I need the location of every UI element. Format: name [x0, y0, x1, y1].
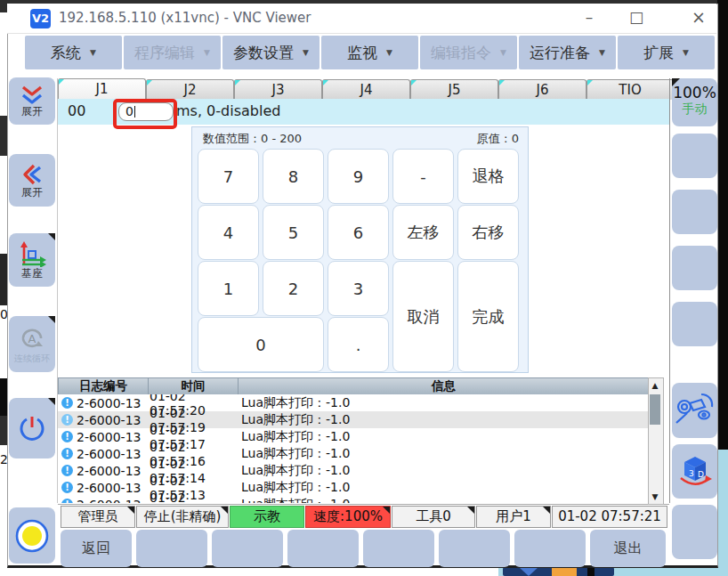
menu-extension[interactable]: 扩展▼	[618, 36, 715, 69]
key-3[interactable]: 3	[328, 261, 389, 316]
tab-j6[interactable]: J6	[498, 79, 586, 100]
status-clock: 01-02 07:57:21	[552, 506, 667, 528]
menu-parameter-settings[interactable]: 参数设置▼	[222, 36, 320, 69]
base-axes-icon	[18, 240, 46, 267]
key-cancel[interactable]: 取消	[392, 261, 454, 372]
desktop-right-strip-dark	[717, 0, 728, 450]
status-speed[interactable]: 速度:100%	[305, 506, 391, 528]
status-mode-teach[interactable]: 示教	[230, 506, 304, 528]
screen: { "window": { "title": "192.168.5.110 (x…	[0, 0, 728, 576]
bottom-blank-button[interactable]	[439, 530, 510, 567]
status-run-state[interactable]: 停止(非精确)	[136, 506, 229, 528]
minimize-button[interactable]: –	[574, 5, 604, 28]
tab-j3[interactable]: J3	[234, 79, 322, 100]
back-button[interactable]: 返回	[61, 530, 132, 567]
tab-tio[interactable]: TIO	[586, 79, 674, 100]
key-dot[interactable]: .	[328, 317, 389, 372]
expand-down-button[interactable]: 展开	[9, 77, 55, 125]
svg-text:D: D	[698, 470, 704, 479]
scroll-down-icon[interactable]: ▼	[649, 491, 661, 503]
key-2[interactable]: 2	[263, 261, 324, 316]
maximize-button[interactable]: □	[621, 5, 651, 28]
side-blank-button[interactable]	[672, 302, 717, 346]
log-row-selected[interactable]: !2-6000-1301-02 07:57:19Lua脚本打印：-1.0	[58, 411, 648, 428]
enable-button[interactable]	[9, 507, 55, 564]
close-button[interactable]: ×	[684, 5, 714, 28]
log-header: 日志编号 时间 信息	[58, 377, 650, 395]
log-header-info: 信息	[239, 378, 649, 394]
log-list: !2-6000-1301-02 07:57:20Lua脚本打印：-1.0 !2-…	[58, 394, 648, 503]
desktop-left-strip: 0 2	[0, 0, 7, 576]
key-4[interactable]: 4	[198, 205, 259, 260]
speed-mode-button[interactable]: 100% 手动	[672, 78, 717, 126]
side-blank-button[interactable]	[672, 190, 717, 234]
bottom-blank-button[interactable]	[136, 530, 207, 567]
log-row[interactable]: !2-6000-1301-02 07:57:16Lua脚本打印：-1.0	[58, 445, 648, 462]
info-icon: !	[61, 414, 73, 426]
tab-j1[interactable]: J1	[58, 78, 146, 100]
chevron-down-icon: ▼	[599, 48, 605, 57]
exit-button[interactable]: 退出	[590, 530, 666, 567]
log-row[interactable]: !2-6000-1301-02 07:57:20Lua脚本打印：-1.0	[58, 394, 648, 411]
bottom-blank-button[interactable]	[363, 530, 434, 567]
info-icon: !	[61, 448, 73, 459]
chevron-down-icon: ▼	[500, 48, 506, 57]
chevron-down-icon: ▼	[90, 48, 96, 57]
menu-run-prepare[interactable]: 运行准备▼	[519, 36, 616, 69]
svg-text:3: 3	[689, 469, 694, 478]
key-0[interactable]: 0	[198, 317, 324, 372]
log-row[interactable]: !2-6000-1301-02 07:57:13Lua脚本打印：-1.0	[58, 479, 648, 496]
log-row[interactable]: !2-6000-1301-02 07:57:14Lua脚本打印：-1.0	[58, 462, 648, 479]
key-move-right[interactable]: 右移	[457, 205, 519, 260]
key-5[interactable]: 5	[263, 205, 324, 260]
side-blank-button[interactable]	[672, 505, 717, 559]
view-3d-button[interactable]: 3 D	[672, 444, 717, 499]
log-scrollbar[interactable]: ▲ ▼	[648, 377, 664, 505]
highlight-box	[113, 99, 177, 129]
tab-j2[interactable]: J2	[146, 79, 234, 100]
status-user-frame[interactable]: 用户1	[476, 506, 551, 528]
cube-3d-icon: 3 D	[676, 453, 714, 491]
key-6[interactable]: 6	[328, 205, 389, 260]
key-7[interactable]: 7	[198, 149, 259, 204]
chevron-down-icon: ▼	[683, 48, 689, 57]
key-minus[interactable]: -	[392, 149, 454, 204]
expand-left-button[interactable]: 展开	[9, 154, 55, 207]
continuous-loop-icon: A	[18, 325, 46, 352]
bottom-blank-button[interactable]	[212, 530, 283, 567]
base-frame-button[interactable]: 基座	[9, 233, 55, 287]
key-move-left[interactable]: 左移	[392, 205, 454, 260]
power-button[interactable]	[9, 398, 55, 458]
tab-j4[interactable]: J4	[322, 79, 410, 100]
key-9[interactable]: 9	[328, 149, 389, 204]
vnc-logo-icon: V2	[30, 9, 51, 28]
menu-system[interactable]: 系统▼	[25, 36, 122, 69]
parameter-suffix: ms, 0-disabled	[176, 102, 280, 119]
status-user-role[interactable]: 管理员	[61, 506, 135, 528]
status-tool[interactable]: 工具0	[392, 506, 475, 528]
key-1[interactable]: 1	[198, 261, 259, 316]
tab-j5[interactable]: J5	[410, 79, 498, 100]
window-title: 192.168.5.110 (x11vnc) - VNC Viewer	[59, 10, 311, 26]
menu-monitor[interactable]: 监视▼	[321, 36, 418, 69]
scroll-up-icon[interactable]: ▲	[649, 379, 661, 392]
svg-text:A: A	[28, 332, 36, 345]
side-blank-button[interactable]	[672, 246, 717, 290]
key-done[interactable]: 完成	[457, 261, 519, 372]
key-8[interactable]: 8	[263, 149, 324, 204]
jog-handle-button[interactable]	[672, 383, 717, 438]
log-row[interactable]: !2-6000-1301-02 07:57:11Lua脚本打印：-1.0	[58, 496, 648, 503]
scrollbar-thumb[interactable]	[650, 394, 660, 425]
double-chevron-left-icon	[21, 163, 43, 186]
speed-percent: 100%	[672, 84, 717, 101]
bottom-blank-button[interactable]	[287, 530, 359, 567]
key-backspace[interactable]: 退格	[457, 149, 519, 204]
manual-mode-label: 手动	[672, 101, 717, 118]
log-row[interactable]: !2-6000-1301-02 07:57:17Lua脚本打印：-1.0	[58, 428, 648, 445]
bottom-blank-button[interactable]	[514, 530, 586, 567]
info-icon: !	[61, 431, 73, 442]
statusbar-divider	[58, 504, 669, 505]
side-blank-button[interactable]	[672, 134, 717, 178]
chevron-down-icon: ▼	[204, 48, 210, 57]
chevron-down-icon: ▼	[303, 48, 309, 57]
